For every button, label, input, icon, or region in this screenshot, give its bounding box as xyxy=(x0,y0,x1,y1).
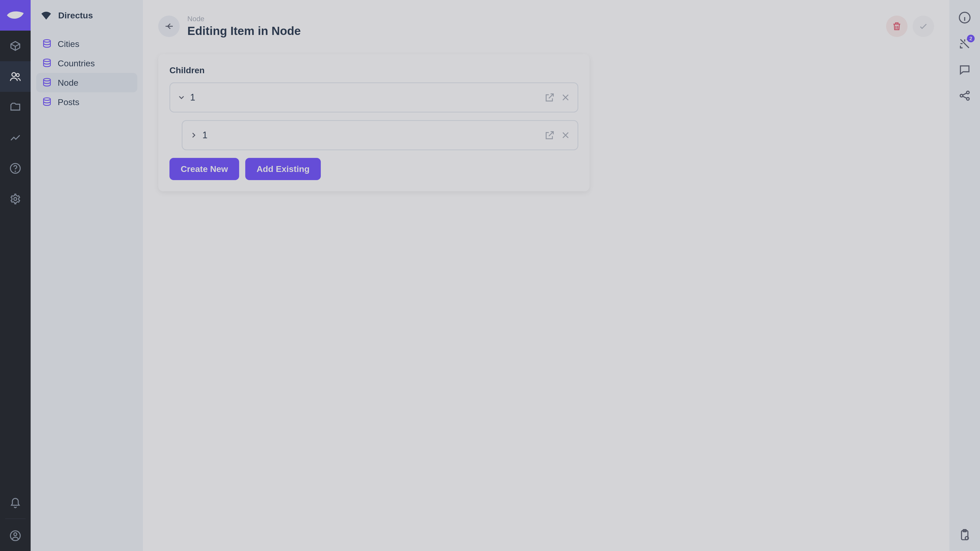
svg-point-9 xyxy=(44,78,51,81)
delete-button[interactable] xyxy=(886,16,907,37)
collection-posts[interactable]: Posts xyxy=(36,92,137,112)
nav-account[interactable] xyxy=(0,520,30,551)
page-header: Node Editing Item in Node xyxy=(143,0,950,45)
save-button[interactable] xyxy=(913,16,934,37)
collection-label: Node xyxy=(58,78,78,88)
info-icon[interactable] xyxy=(958,11,971,24)
child-item-row-nested[interactable]: 1 xyxy=(182,120,578,150)
nav-rail xyxy=(0,0,30,551)
share-icon[interactable] xyxy=(958,89,971,102)
sidebar-title: Directus xyxy=(58,11,93,21)
remove-item-icon[interactable] xyxy=(560,92,571,103)
child-item-row[interactable]: 1 xyxy=(169,83,578,113)
open-item-icon[interactable] xyxy=(544,129,555,141)
brand-logo[interactable] xyxy=(0,0,30,30)
nav-users[interactable] xyxy=(0,61,30,92)
field-label: Children xyxy=(169,65,578,75)
main-content: Node Editing Item in Node Children 1 xyxy=(143,0,950,551)
nav-help[interactable] xyxy=(0,153,30,184)
right-rail: 2 xyxy=(950,0,980,551)
collection-cities[interactable]: Cities xyxy=(36,34,137,54)
header-actions xyxy=(886,16,934,37)
breadcrumb[interactable]: Node xyxy=(187,15,878,23)
collection-list: Cities Countries Node Posts xyxy=(30,30,143,115)
create-new-button[interactable]: Create New xyxy=(169,158,239,180)
svg-point-10 xyxy=(44,98,51,100)
nav-files[interactable] xyxy=(0,92,30,122)
nav-content[interactable] xyxy=(0,30,30,61)
nav-notifications[interactable] xyxy=(0,488,30,519)
child-value: 1 xyxy=(202,130,540,141)
open-item-icon[interactable] xyxy=(544,92,555,103)
svg-point-17 xyxy=(965,537,969,540)
svg-point-6 xyxy=(14,533,17,536)
wifi-icon xyxy=(40,9,52,22)
remove-item-icon[interactable] xyxy=(560,129,571,141)
collapse-toggle[interactable] xyxy=(177,92,186,103)
collection-node[interactable]: Node xyxy=(36,73,137,92)
database-icon xyxy=(42,39,52,49)
collection-label: Posts xyxy=(58,97,80,107)
database-icon xyxy=(42,58,52,68)
page-title: Editing Item in Node xyxy=(187,24,878,38)
comments-icon[interactable] xyxy=(958,63,971,76)
svg-point-1 xyxy=(16,74,19,77)
back-button[interactable] xyxy=(158,16,180,37)
database-icon xyxy=(42,78,52,88)
clipboard-icon[interactable] xyxy=(958,529,971,541)
svg-point-0 xyxy=(12,73,16,76)
collections-sidebar: Directus Cities Countries Node Posts xyxy=(30,0,143,551)
collection-countries[interactable]: Countries xyxy=(36,54,137,73)
sidebar-header: Directus xyxy=(30,0,143,30)
svg-point-8 xyxy=(44,59,51,62)
children-field-card: Children 1 1 Cre xyxy=(158,54,590,191)
title-block: Node Editing Item in Node xyxy=(187,15,878,38)
child-value: 1 xyxy=(190,92,540,103)
add-existing-button[interactable]: Add Existing xyxy=(245,158,321,180)
nav-settings[interactable] xyxy=(0,184,30,214)
revisions-icon[interactable]: 2 xyxy=(958,37,971,50)
svg-point-3 xyxy=(15,171,16,171)
nav-insights[interactable] xyxy=(0,122,30,153)
database-icon xyxy=(42,97,52,107)
collection-label: Cities xyxy=(58,39,80,49)
svg-point-4 xyxy=(14,197,17,200)
children-actions: Create New Add Existing xyxy=(169,158,578,180)
collection-label: Countries xyxy=(58,59,95,68)
revisions-badge: 2 xyxy=(967,35,975,42)
svg-point-7 xyxy=(44,40,51,42)
expand-toggle[interactable] xyxy=(189,130,199,140)
